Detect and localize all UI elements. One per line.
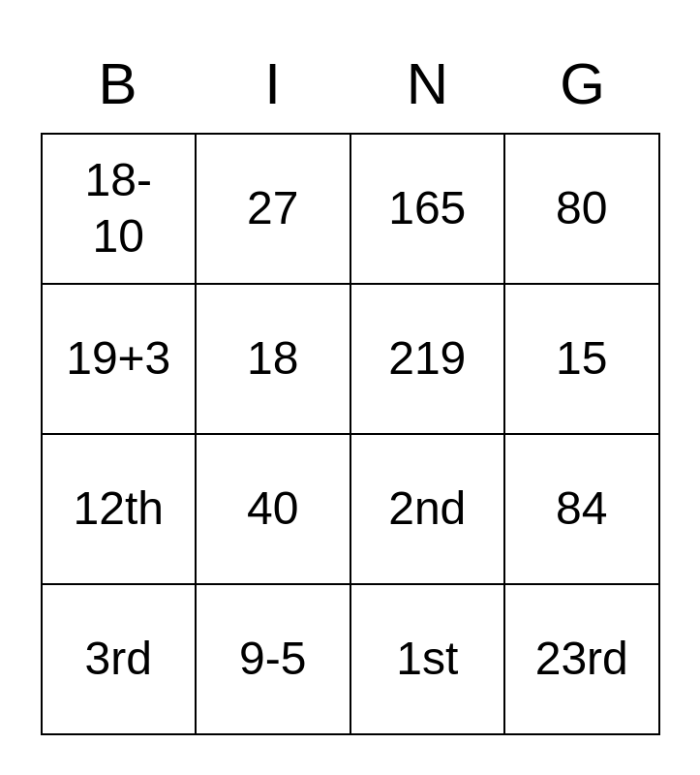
- cell-r2-c2: 18: [197, 285, 351, 435]
- header-i: I: [196, 41, 350, 133]
- cell-r1-c4: 80: [505, 135, 660, 285]
- cell-r4-c4: 23rd: [505, 585, 660, 735]
- cell-r3-c3: 2nd: [351, 435, 506, 585]
- cell-r3-c1: 12th: [43, 435, 198, 585]
- cell-r1-c3: 165: [351, 135, 506, 285]
- header-n: N: [350, 41, 505, 133]
- cell-r3-c4: 84: [505, 435, 660, 585]
- bingo-header: B I N G: [41, 41, 660, 133]
- cell-r4-c1: 3rd: [43, 585, 198, 735]
- cell-r1-c2: 27: [197, 135, 351, 285]
- cell-r4-c2: 9-5: [197, 585, 351, 735]
- cell-r4-c3: 1st: [351, 585, 506, 735]
- cell-r3-c2: 40: [197, 435, 351, 585]
- header-b: B: [41, 41, 196, 133]
- cell-r2-c1: 19+3: [43, 285, 198, 435]
- bingo-grid: 18-10 27 165 80 19+3 18 219 15 12th 40 2…: [41, 133, 660, 735]
- cell-r2-c3: 219: [351, 285, 506, 435]
- cell-r2-c4: 15: [505, 285, 660, 435]
- cell-r1-c1: 18-10: [43, 135, 198, 285]
- header-g: G: [505, 41, 660, 133]
- bingo-card: B I N G 18-10 27 165 80 19+3 18 219 15 1…: [41, 41, 660, 735]
